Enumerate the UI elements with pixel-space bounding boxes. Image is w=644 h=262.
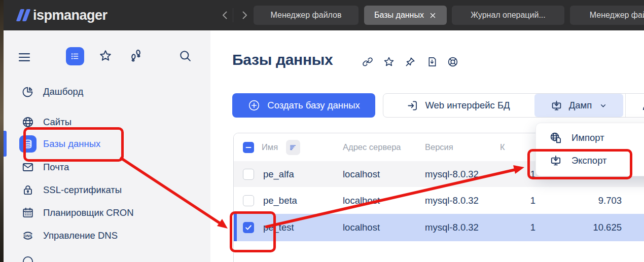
doc-download-icon[interactable]: [426, 56, 438, 68]
close-icon[interactable]: [429, 12, 437, 19]
menu-item-label: Экспорт: [571, 155, 607, 166]
database-icon: [19, 135, 37, 153]
chevron-down-icon: [599, 101, 607, 110]
create-database-button[interactable]: Создать базу данных: [232, 93, 375, 118]
ispmanager-app: ispmanager Менеджер файловБазы данныхЖур…: [0, 0, 644, 262]
cell-count: 1: [523, 187, 543, 214]
menu-item-export[interactable]: Экспорт: [539, 149, 644, 172]
pencil-icon: [641, 99, 644, 112]
logo-text: ispmanager: [33, 8, 108, 23]
sidebar-item-label: Базы данных: [43, 138, 100, 149]
star-icon[interactable]: [98, 49, 113, 63]
column-header-1: Имя: [262, 133, 278, 161]
sort-asc-icon[interactable]: [286, 140, 300, 155]
cell-size: 9.703: [561, 187, 622, 214]
tab-label: Журнал операций...: [471, 11, 545, 20]
menu-item-label: Импорт: [571, 132, 604, 143]
tab-4[interactable]: Менеджер файл: [570, 6, 644, 25]
dump-button[interactable]: Дамп: [534, 94, 623, 117]
tab-1[interactable]: Менеджер файлов: [254, 6, 359, 25]
nav-forward-icon[interactable]: [238, 9, 251, 21]
download-monitor-icon: [550, 99, 563, 112]
mail-icon: [21, 161, 34, 174]
tab-label: Менеджер файл: [590, 11, 644, 20]
sidebar-item-3[interactable]: Базы данных: [4, 132, 210, 156]
cell-version: mysql-8.0.32: [425, 187, 479, 214]
sidebar-item-label: Управление DNS: [43, 230, 118, 241]
sidebar-item-label: Почта: [43, 162, 69, 173]
desktop-wallpaper-strip: [0, 0, 4, 262]
circle-icon: [21, 255, 34, 262]
sidebar-item-label: Сайты: [43, 117, 71, 128]
sidebar-item-1[interactable]: Дашборд: [4, 80, 210, 103]
svg-text:DNS: DNS: [24, 234, 33, 238]
sidebar: ДашбордСайтыБазы данныхПочтаSSL-сертифик…: [4, 30, 210, 262]
create-database-label: Создать базу данных: [267, 100, 360, 111]
web-interface-button[interactable]: Web интерфейс БД: [383, 94, 533, 117]
column-header-3: Версия: [425, 133, 453, 161]
logo-slashes-icon: [16, 9, 31, 21]
cell-server: localhost: [343, 161, 380, 187]
pin-icon[interactable]: [404, 56, 416, 68]
link-icon[interactable]: [362, 56, 374, 68]
menu-item-import[interactable]: Импорт: [539, 127, 644, 149]
row-checkbox[interactable]: [243, 195, 254, 206]
calendar-icon: [21, 206, 34, 219]
sidebar-item-label: Планировщик CRON: [43, 207, 134, 218]
star-icon[interactable]: [383, 56, 395, 68]
enter-bracket-icon: [406, 99, 419, 112]
cell-version: mysql-8.0.32: [425, 214, 479, 241]
sidebar-item-label: SSL-сертификаты: [43, 184, 122, 196]
db-toolbar-group: Web интерфейс БД Дамп: [383, 93, 644, 118]
sidebar-item-cut[interactable]: [4, 252, 210, 262]
nav-back-icon[interactable]: [219, 9, 231, 21]
lifebuoy-icon[interactable]: [447, 56, 459, 68]
hamburger-icon[interactable]: [17, 50, 32, 65]
nav-separator: [233, 8, 233, 22]
app-logo[interactable]: ispmanager: [18, 7, 108, 23]
cell-name: pe_beta: [263, 187, 297, 214]
topbar: ispmanager Менеджер файловБазы данныхЖур…: [0, 0, 644, 30]
column-header-2: Адрес сервера: [343, 133, 401, 161]
sidebar-item-label: Дашборд: [43, 86, 83, 97]
sidebar-item-4[interactable]: Почта: [4, 156, 210, 179]
cell-name: pe_alfa: [263, 161, 294, 187]
sidebar-item-7[interactable]: DNSУправление DNS: [4, 224, 210, 247]
lock-icon: [21, 183, 34, 197]
web-interface-label: Web интерфейс БД: [425, 100, 510, 111]
export-monitor-icon: [549, 154, 562, 167]
pie-chart-icon: [21, 85, 34, 98]
footprints-icon[interactable]: [128, 48, 144, 63]
cell-server: localhost: [343, 214, 380, 241]
active-item-indicator: [4, 131, 7, 157]
search-icon[interactable]: [178, 49, 192, 63]
page-title: Базы данных: [232, 51, 333, 68]
cell-version: mysql-8.0.32: [425, 161, 479, 187]
row-checkbox[interactable]: [243, 222, 254, 233]
cell-name: pe_test: [263, 214, 294, 241]
dns-icon: DNS: [21, 229, 34, 242]
plus-circle-icon: [247, 99, 261, 112]
table-row-pe_test[interactable]: pe_testlocalhostmysql-8.0.32110.625: [234, 214, 644, 241]
edit-button[interactable]: [625, 94, 644, 117]
column-header-4: К: [500, 133, 505, 161]
select-all-checkbox[interactable]: [243, 142, 254, 153]
selected-row-accent: [234, 214, 237, 241]
tab-label: Менеджер файлов: [271, 11, 342, 20]
import-globe-icon: [549, 131, 562, 144]
list-view-icon[interactable]: [66, 47, 84, 65]
cell-size: 10.625: [561, 214, 622, 241]
sidebar-item-6[interactable]: Планировщик CRON: [4, 201, 210, 224]
globe-icon: [21, 116, 34, 129]
tab-2[interactable]: Базы данных: [364, 6, 447, 25]
tab-label: Базы данных: [374, 11, 424, 20]
sidebar-item-2[interactable]: Сайты: [4, 110, 210, 134]
cell-count: 1: [523, 214, 543, 241]
table-row-pe_beta[interactable]: pe_betalocalhostmysql-8.0.3219.703: [234, 187, 644, 214]
sidebar-item-5[interactable]: SSL-сертификаты: [4, 178, 210, 202]
tab-3[interactable]: Журнал операций...: [452, 6, 564, 25]
cell-server: localhost: [343, 187, 380, 214]
dump-label: Дамп: [569, 100, 592, 111]
row-checkbox[interactable]: [243, 169, 254, 180]
dump-dropdown-menu: ИмпортЭкспорт: [535, 123, 644, 176]
